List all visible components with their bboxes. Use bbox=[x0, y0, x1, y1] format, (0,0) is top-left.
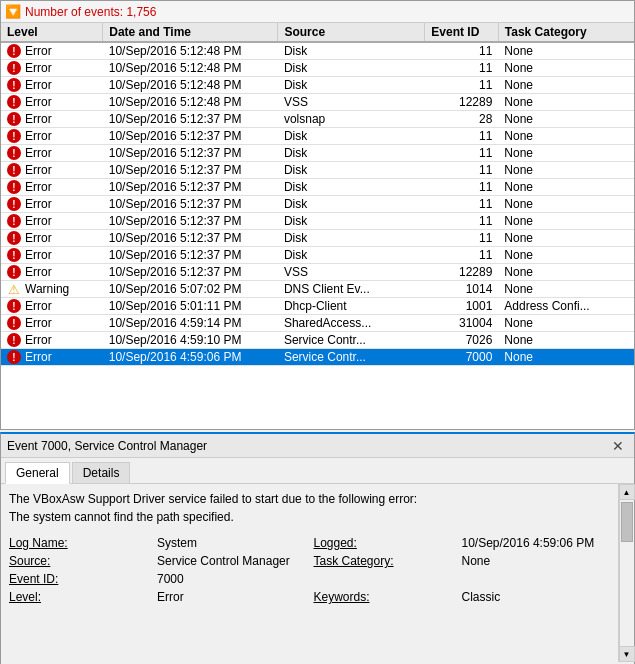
detail-scroll-area[interactable]: The VBoxAsw Support Driver service faile… bbox=[1, 484, 618, 662]
keywords-label: Keywords: bbox=[314, 590, 454, 604]
cell-taskcategory: None bbox=[498, 179, 634, 196]
table-row[interactable]: !Error10/Sep/2016 5:12:37 PMDisk11None bbox=[1, 179, 634, 196]
level-text: Error bbox=[25, 316, 52, 330]
table-row[interactable]: !Error10/Sep/2016 5:12:37 PMDisk11None bbox=[1, 145, 634, 162]
table-row[interactable]: !Error10/Sep/2016 5:12:48 PMVSS12289None bbox=[1, 94, 634, 111]
level-text: Error bbox=[25, 350, 52, 364]
table-row[interactable]: !Error10/Sep/2016 5:12:37 PMDisk11None bbox=[1, 230, 634, 247]
table-row[interactable]: !Error10/Sep/2016 4:59:14 PMSharedAccess… bbox=[1, 315, 634, 332]
cell-source: Service Contr... bbox=[278, 349, 425, 366]
detail-fields: Log Name: System Logged: 10/Sep/2016 4:5… bbox=[9, 536, 610, 604]
table-row[interactable]: !Error10/Sep/2016 5:12:37 PMDisk11None bbox=[1, 128, 634, 145]
cell-eventid: 11 bbox=[425, 230, 498, 247]
col-header-datetime[interactable]: Date and Time bbox=[103, 23, 278, 42]
cell-source: Disk bbox=[278, 42, 425, 60]
logged-label: Logged: bbox=[314, 536, 454, 550]
level-text: Error bbox=[25, 61, 52, 75]
table-row[interactable]: !Error10/Sep/2016 5:12:37 PMVSS12289None bbox=[1, 264, 634, 281]
level-text: Error bbox=[25, 78, 52, 92]
level-text: Error bbox=[25, 265, 52, 279]
cell-datetime: 10/Sep/2016 5:12:37 PM bbox=[103, 162, 278, 179]
cell-taskcategory: None bbox=[498, 332, 634, 349]
taskcategory-label: Task Category: bbox=[314, 554, 454, 568]
event-detail-panel: Event 7000, Service Control Manager ✕ Ge… bbox=[0, 432, 635, 664]
scroll-track bbox=[619, 500, 634, 646]
level-value: Error bbox=[157, 590, 306, 604]
scroll-up-button[interactable]: ▲ bbox=[619, 484, 635, 500]
cell-level: !Error bbox=[1, 264, 103, 281]
cell-datetime: 10/Sep/2016 4:59:06 PM bbox=[103, 349, 278, 366]
cell-taskcategory: None bbox=[498, 111, 634, 128]
cell-eventid: 7026 bbox=[425, 332, 498, 349]
error-icon: ! bbox=[7, 265, 21, 279]
level-text: Error bbox=[25, 112, 52, 126]
table-row[interactable]: ⚠Warning10/Sep/2016 5:07:02 PMDNS Client… bbox=[1, 281, 634, 298]
cell-datetime: 10/Sep/2016 5:12:48 PM bbox=[103, 94, 278, 111]
col-header-source[interactable]: Source bbox=[278, 23, 425, 42]
cell-eventid: 12289 bbox=[425, 94, 498, 111]
cell-taskcategory: None bbox=[498, 42, 634, 60]
cell-source: Dhcp-Client bbox=[278, 298, 425, 315]
level-text: Error bbox=[25, 231, 52, 245]
tab-general[interactable]: General bbox=[5, 462, 70, 484]
cell-taskcategory: None bbox=[498, 213, 634, 230]
detail-content: The VBoxAsw Support Driver service faile… bbox=[1, 484, 634, 662]
table-row[interactable]: !Error10/Sep/2016 4:59:10 PMService Cont… bbox=[1, 332, 634, 349]
error-icon: ! bbox=[7, 112, 21, 126]
cell-source: Disk bbox=[278, 179, 425, 196]
detail-message: The VBoxAsw Support Driver service faile… bbox=[9, 490, 610, 526]
table-row[interactable]: !Error10/Sep/2016 5:12:37 PMDisk11None bbox=[1, 162, 634, 179]
log-name-label: Log Name: bbox=[9, 536, 149, 550]
col-header-level[interactable]: Level bbox=[1, 23, 103, 42]
cell-source: Disk bbox=[278, 77, 425, 94]
error-icon: ! bbox=[7, 299, 21, 313]
empty-value bbox=[462, 572, 611, 586]
cell-level: !Error bbox=[1, 247, 103, 264]
cell-level: !Error bbox=[1, 298, 103, 315]
eventid-label: Event ID: bbox=[9, 572, 149, 586]
table-row[interactable]: !Error10/Sep/2016 5:12:37 PMvolsnap28Non… bbox=[1, 111, 634, 128]
log-name-value: System bbox=[157, 536, 306, 550]
cell-source: Disk bbox=[278, 60, 425, 77]
tab-details[interactable]: Details bbox=[72, 462, 131, 483]
cell-datetime: 10/Sep/2016 5:12:37 PM bbox=[103, 247, 278, 264]
tabs-container: General Details bbox=[1, 458, 634, 484]
level-label: Level: bbox=[9, 590, 149, 604]
cell-level: !Error bbox=[1, 128, 103, 145]
cell-level: !Error bbox=[1, 196, 103, 213]
eventid-value: 7000 bbox=[157, 572, 306, 586]
cell-eventid: 1014 bbox=[425, 281, 498, 298]
level-text: Error bbox=[25, 129, 52, 143]
scroll-down-button[interactable]: ▼ bbox=[619, 646, 635, 662]
table-row[interactable]: !Error10/Sep/2016 4:59:06 PMService Cont… bbox=[1, 349, 634, 366]
table-row[interactable]: !Error10/Sep/2016 5:01:11 PMDhcp-Client1… bbox=[1, 298, 634, 315]
cell-eventid: 31004 bbox=[425, 315, 498, 332]
close-button[interactable]: ✕ bbox=[608, 438, 628, 454]
table-row[interactable]: !Error10/Sep/2016 5:12:48 PMDisk11None bbox=[1, 42, 634, 60]
level-text: Error bbox=[25, 163, 52, 177]
error-icon: ! bbox=[7, 163, 21, 177]
table-row[interactable]: !Error10/Sep/2016 5:12:37 PMDisk11None bbox=[1, 196, 634, 213]
source-label: Source: bbox=[9, 554, 149, 568]
col-header-taskcategory[interactable]: Task Category bbox=[498, 23, 634, 42]
cell-level: !Error bbox=[1, 213, 103, 230]
level-text: Error bbox=[25, 333, 52, 347]
cell-datetime: 10/Sep/2016 5:12:48 PM bbox=[103, 42, 278, 60]
message-line2: The system cannot find the path specifie… bbox=[9, 508, 610, 526]
cell-source: Disk bbox=[278, 196, 425, 213]
col-header-eventid[interactable]: Event ID bbox=[425, 23, 498, 42]
cell-taskcategory: None bbox=[498, 281, 634, 298]
table-row[interactable]: !Error10/Sep/2016 5:12:37 PMDisk11None bbox=[1, 213, 634, 230]
cell-datetime: 10/Sep/2016 5:01:11 PM bbox=[103, 298, 278, 315]
cell-eventid: 1001 bbox=[425, 298, 498, 315]
error-icon: ! bbox=[7, 248, 21, 262]
table-row[interactable]: !Error10/Sep/2016 5:12:48 PMDisk11None bbox=[1, 77, 634, 94]
cell-taskcategory: None bbox=[498, 196, 634, 213]
scroll-thumb[interactable] bbox=[621, 502, 633, 542]
source-value: Service Control Manager bbox=[157, 554, 306, 568]
event-table-scroll[interactable]: Level Date and Time Source Event ID Task… bbox=[1, 23, 634, 429]
cell-source: SharedAccess... bbox=[278, 315, 425, 332]
cell-taskcategory: None bbox=[498, 128, 634, 145]
table-row[interactable]: !Error10/Sep/2016 5:12:48 PMDisk11None bbox=[1, 60, 634, 77]
table-row[interactable]: !Error10/Sep/2016 5:12:37 PMDisk11None bbox=[1, 247, 634, 264]
